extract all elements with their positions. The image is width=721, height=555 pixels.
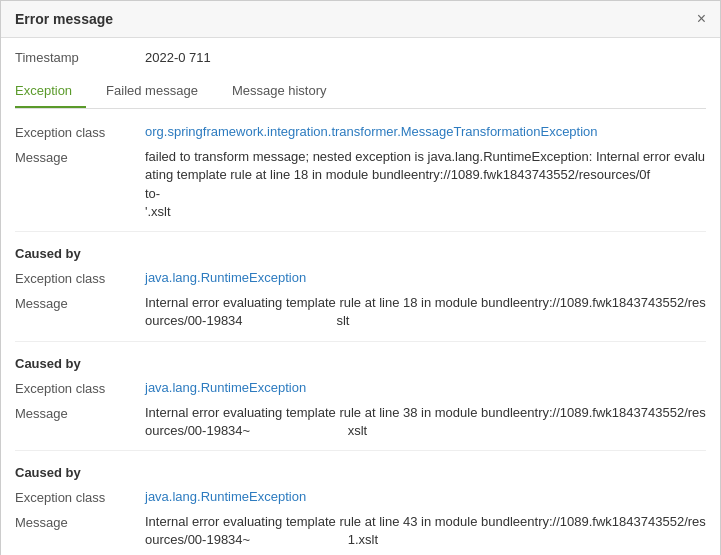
- error-dialog: Error message × Timestamp 2022-0 711 Exc…: [0, 0, 721, 555]
- exception-class-label: Exception class: [15, 123, 145, 142]
- caused1-class-value: java.lang.RuntimeException: [145, 379, 706, 398]
- caused2-message-value: Internal error evaluating template rule …: [145, 513, 706, 549]
- tab-bar: Exception Failed message Message history: [15, 77, 706, 109]
- exception-message-row: Message failed to transform message; nes…: [15, 148, 706, 221]
- caused0-class-label: Exception class: [15, 269, 145, 288]
- caused-by-0: Caused by Exception class java.lang.Runt…: [15, 231, 706, 331]
- caused-by-label-2: Caused by: [15, 465, 706, 480]
- caused2-class-value: java.lang.RuntimeException: [145, 488, 706, 507]
- caused2-class-label: Exception class: [15, 488, 145, 507]
- caused0-class-value: java.lang.RuntimeException: [145, 269, 706, 288]
- dialog-body: Timestamp 2022-0 711 Exception Failed me…: [1, 38, 720, 555]
- caused-by-1: Caused by Exception class java.lang.Runt…: [15, 341, 706, 441]
- caused-by-label-0: Caused by: [15, 246, 706, 261]
- tab-failed-message[interactable]: Failed message: [106, 77, 212, 108]
- caused1-message-value: Internal error evaluating template rule …: [145, 404, 706, 440]
- exception-message-value: failed to transform message; nested exce…: [145, 148, 706, 221]
- dialog-header: Error message ×: [1, 1, 720, 38]
- caused1-class-label: Exception class: [15, 379, 145, 398]
- tab-message-history[interactable]: Message history: [232, 77, 341, 108]
- caused0-message-value: Internal error evaluating template rule …: [145, 294, 706, 330]
- exception-class-row: Exception class org.springframework.inte…: [15, 123, 706, 142]
- caused-by-label-1: Caused by: [15, 356, 706, 371]
- dialog-title: Error message: [15, 11, 113, 27]
- timestamp-value: 2022-0 711: [145, 50, 211, 65]
- caused0-message-label: Message: [15, 294, 145, 330]
- caused2-message-label: Message: [15, 513, 145, 549]
- timestamp-label: Timestamp: [15, 50, 145, 65]
- close-button[interactable]: ×: [697, 11, 706, 27]
- tab-exception[interactable]: Exception: [15, 77, 86, 108]
- caused-by-2: Caused by Exception class java.lang.Runt…: [15, 450, 706, 550]
- caused1-message-label: Message: [15, 404, 145, 440]
- exception-section: Exception class org.springframework.inte…: [15, 123, 706, 221]
- exception-message-label: Message: [15, 148, 145, 221]
- exception-class-value: org.springframework.integration.transfor…: [145, 123, 706, 142]
- timestamp-row: Timestamp 2022-0 711: [15, 50, 706, 65]
